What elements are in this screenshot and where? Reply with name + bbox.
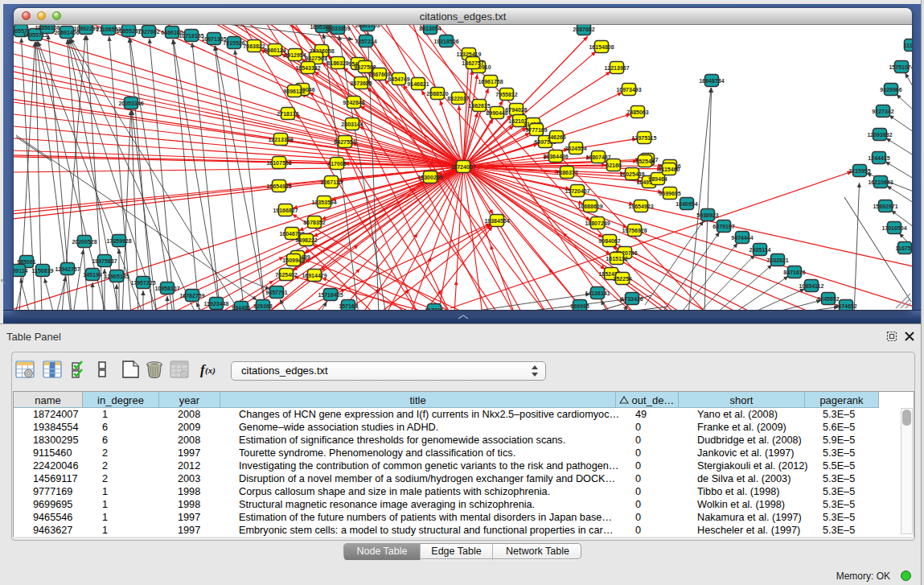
svg-text:9329966: 9329966 xyxy=(880,87,901,93)
svg-text:20053346: 20053346 xyxy=(118,101,143,106)
svg-text:969995: 969995 xyxy=(570,303,589,309)
svg-text:8471676: 8471676 xyxy=(783,270,805,275)
svg-text:17016504: 17016504 xyxy=(881,225,906,231)
svg-text:17957225: 17957225 xyxy=(130,280,155,286)
svg-text:9146821: 9146821 xyxy=(407,81,429,87)
svg-text:17359928: 17359928 xyxy=(106,238,131,244)
svg-text:10992299: 10992299 xyxy=(73,26,98,31)
svg-text:10688609: 10688609 xyxy=(577,204,602,209)
svg-text:1733426: 1733426 xyxy=(621,296,643,302)
svg-text:8186328: 8186328 xyxy=(326,60,348,66)
svg-text:16648784: 16648784 xyxy=(699,78,724,84)
svg-text:1527602: 1527602 xyxy=(138,29,159,35)
svg-text:7663822: 7663822 xyxy=(243,43,265,49)
svg-text:8912954: 8912954 xyxy=(284,52,306,58)
svg-text:11325419: 11325419 xyxy=(457,51,482,57)
svg-text:(x): (x) xyxy=(205,365,216,376)
svg-text:1615132: 1615132 xyxy=(606,256,627,262)
svg-text:9115460: 9115460 xyxy=(659,167,680,172)
svg-text:9327503: 9327503 xyxy=(305,56,326,61)
svg-text:62160: 62160 xyxy=(606,163,622,168)
svg-text:16154808: 16154808 xyxy=(589,44,614,50)
svg-text:2087682: 2087682 xyxy=(573,27,594,32)
svg-text:18300295: 18300295 xyxy=(417,175,442,180)
svg-text:7625402: 7625402 xyxy=(275,272,297,278)
svg-text:15692971: 15692971 xyxy=(873,204,897,209)
svg-text:16782759: 16782759 xyxy=(179,293,204,299)
svg-text:5938923: 5938923 xyxy=(696,212,718,218)
svg-text:929368: 929368 xyxy=(253,303,272,309)
svg-text:15720407: 15720407 xyxy=(565,188,589,194)
svg-text:7386372: 7386372 xyxy=(556,170,577,175)
svg-text:12213967: 12213967 xyxy=(604,65,629,71)
svg-text:6794028: 6794028 xyxy=(505,107,527,113)
svg-text:157164: 157164 xyxy=(339,303,357,309)
svg-text:7515526: 7515526 xyxy=(223,40,244,46)
svg-text:8678352: 8678352 xyxy=(303,220,325,225)
svg-text:16961758: 16961758 xyxy=(478,79,503,84)
svg-text:19384554: 19384554 xyxy=(484,218,509,224)
svg-text:19756928: 19756928 xyxy=(622,228,647,233)
svg-text:10958107: 10958107 xyxy=(154,286,179,291)
svg-text:889114: 889114 xyxy=(14,268,28,274)
svg-text:19218506: 19218506 xyxy=(433,39,458,44)
svg-text:12093832: 12093832 xyxy=(867,132,892,138)
svg-text:20200528: 20200528 xyxy=(72,239,97,245)
svg-text:3215955: 3215955 xyxy=(848,168,870,174)
svg-text:12213389: 12213389 xyxy=(268,137,293,142)
svg-text:3373685: 3373685 xyxy=(350,80,372,86)
svg-text:10025438: 10025438 xyxy=(619,171,644,177)
svg-text:3624554: 3624554 xyxy=(565,146,586,151)
svg-text:12353594: 12353594 xyxy=(311,200,336,205)
svg-text:20301753: 20301753 xyxy=(355,25,380,28)
svg-text:18724007: 18724007 xyxy=(450,164,475,170)
svg-text:1609948: 1609948 xyxy=(282,257,304,263)
svg-text:145194: 145194 xyxy=(83,272,101,278)
svg-text:11923448: 11923448 xyxy=(204,301,229,307)
svg-text:7485063: 7485063 xyxy=(626,109,648,115)
svg-text:16033809: 16033809 xyxy=(325,26,350,31)
svg-text:16543382: 16543382 xyxy=(295,65,320,71)
svg-text:8427552: 8427552 xyxy=(334,139,355,145)
svg-text:2935114: 2935114 xyxy=(749,247,771,253)
svg-text:9896122: 9896122 xyxy=(283,89,305,94)
svg-text:9474444: 9474444 xyxy=(731,235,753,241)
svg-text:12942757: 12942757 xyxy=(55,266,80,272)
svg-text:1362615: 1362615 xyxy=(468,103,490,109)
svg-text:7357224: 7357224 xyxy=(355,39,376,44)
svg-text:417006: 417006 xyxy=(327,161,346,167)
svg-text:8813054: 8813054 xyxy=(419,26,441,31)
svg-text:2803144: 2803144 xyxy=(341,122,363,127)
svg-text:9242848: 9242848 xyxy=(343,100,364,105)
svg-text:2588520: 2588520 xyxy=(426,91,448,97)
svg-text:1244415: 1244415 xyxy=(868,155,889,161)
svg-text:10719185: 10719185 xyxy=(179,33,203,39)
svg-text:9245652: 9245652 xyxy=(817,296,839,302)
svg-text:10654112: 10654112 xyxy=(799,283,824,289)
svg-text:16914479: 16914479 xyxy=(302,273,326,278)
svg-text:989464: 989464 xyxy=(648,176,667,182)
svg-text:934481: 934481 xyxy=(232,305,250,310)
svg-text:746266: 746266 xyxy=(547,134,565,140)
svg-text:18807249: 18807249 xyxy=(585,220,610,226)
svg-text:9457791: 9457791 xyxy=(265,290,287,295)
svg-text:8660124: 8660124 xyxy=(264,47,285,53)
svg-text:952544: 952544 xyxy=(635,159,654,164)
svg-text:11123: 11123 xyxy=(904,43,912,48)
svg-text:6879197: 6879197 xyxy=(713,224,734,229)
svg-text:1640954: 1640954 xyxy=(676,201,697,207)
svg-text:16107553: 16107553 xyxy=(266,160,291,166)
svg-text:14136141: 14136141 xyxy=(585,290,610,296)
svg-text:12975115: 12975115 xyxy=(632,135,657,141)
svg-text:9227342: 9227342 xyxy=(872,109,893,114)
svg-text:15751074: 15751074 xyxy=(889,64,912,70)
svg-text:10654925: 10654925 xyxy=(266,183,291,189)
svg-text:9474652: 9474652 xyxy=(835,303,856,309)
svg-text:252254: 252254 xyxy=(613,276,631,282)
svg-text:19166827: 19166827 xyxy=(273,208,298,213)
svg-text:3267110: 3267110 xyxy=(321,179,343,185)
svg-text:116753: 116753 xyxy=(896,245,912,251)
svg-text:19654923: 19654923 xyxy=(628,204,653,209)
svg-text:2718176: 2718176 xyxy=(277,111,298,117)
svg-text:15716485: 15716485 xyxy=(318,292,343,298)
